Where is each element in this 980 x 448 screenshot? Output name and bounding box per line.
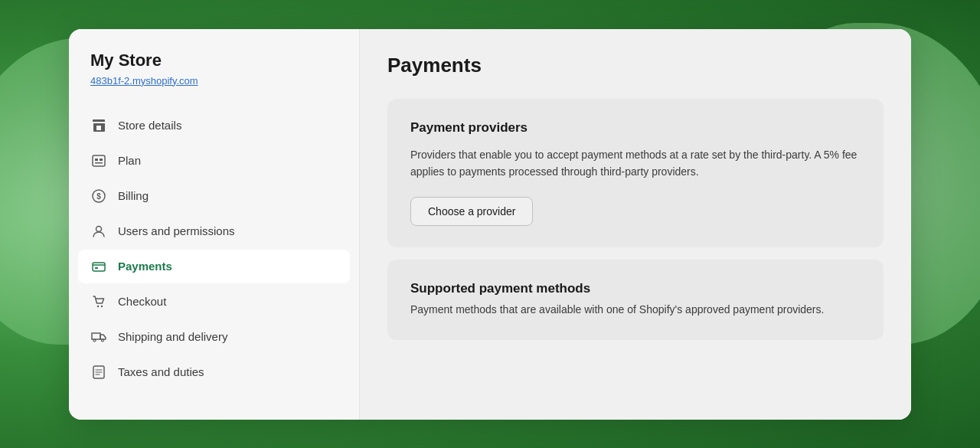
store-icon [90,117,107,134]
store-url[interactable]: 483b1f-2.myshopify.com [90,75,198,87]
sidebar: My Store 483b1f-2.myshopify.com Store de… [69,29,360,420]
svg-rect-0 [93,155,105,166]
sidebar-item-taxes-duties[interactable]: Taxes and duties [78,355,350,389]
payments-icon [90,258,107,275]
sidebar-item-label-checkout: Checkout [118,295,166,308]
sidebar-item-label-payments: Payments [118,260,172,273]
sidebar-item-checkout[interactable]: Checkout [78,285,350,319]
sidebar-navigation: Store details Plan [69,103,359,395]
sidebar-item-plan[interactable]: Plan [78,144,350,178]
billing-icon: $ [90,188,107,204]
svg-point-6 [96,226,102,231]
svg-rect-8 [95,267,98,269]
taxes-icon [90,364,107,381]
sidebar-item-label-taxes-duties: Taxes and duties [118,365,204,378]
svg-rect-3 [95,162,103,164]
payment-providers-title: Payment providers [410,120,861,136]
payment-providers-card: Payment providers Providers that enable … [387,99,884,248]
sidebar-item-users-permissions[interactable]: Users and permissions [78,214,350,248]
svg-point-11 [93,339,96,342]
payment-providers-description: Providers that enable you to accept paym… [410,146,861,181]
sidebar-item-billing[interactable]: $ Billing [78,179,350,213]
app-window: My Store 483b1f-2.myshopify.com Store de… [69,29,911,420]
svg-point-10 [101,305,103,306]
svg-point-9 [97,305,99,306]
sidebar-item-store-details[interactable]: Store details [78,109,350,142]
page-title: Payments [387,54,884,77]
svg-rect-7 [93,263,105,271]
sidebar-item-label-store-details: Store details [118,119,181,132]
svg-point-12 [102,339,104,342]
svg-rect-1 [95,159,98,161]
svg-rect-2 [100,159,103,161]
sidebar-item-label-shipping-delivery: Shipping and delivery [118,330,227,343]
sidebar-item-label-plan: Plan [118,154,141,167]
choose-provider-button[interactable]: Choose a provider [410,197,533,226]
shipping-icon [90,329,107,345]
sidebar-item-label-users-permissions: Users and permissions [118,224,235,237]
store-header: My Store 483b1f-2.myshopify.com [69,51,359,103]
checkout-icon [90,293,107,310]
supported-methods-description: Payment methods that are available with … [410,301,861,318]
store-name: My Store [90,51,338,70]
sidebar-item-shipping-delivery[interactable]: Shipping and delivery [78,320,350,354]
supported-methods-title: Supported payment methods [410,281,861,296]
users-icon [90,223,107,240]
svg-text:$: $ [96,192,101,201]
main-content: Payments Payment providers Providers tha… [360,29,911,420]
sidebar-item-label-billing: Billing [118,189,149,202]
supported-methods-card: Supported payment methods Payment method… [387,260,884,339]
sidebar-item-payments[interactable]: Payments [78,250,350,283]
plan-icon [90,152,107,169]
